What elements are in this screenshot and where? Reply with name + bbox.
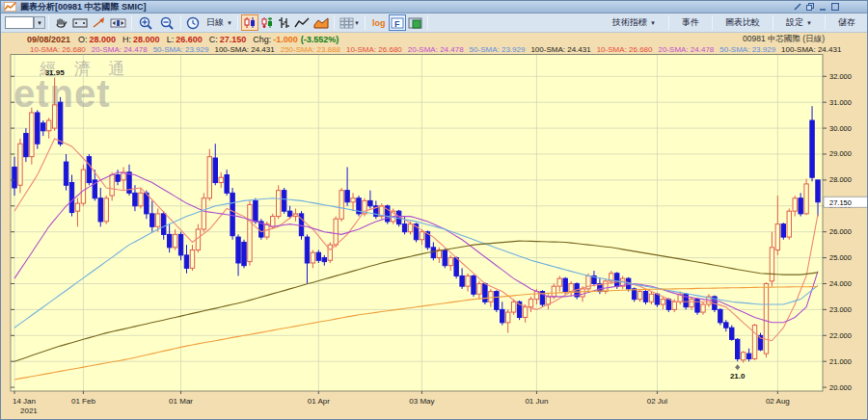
chevron-down-icon: ▼ [354,20,360,26]
sma-legend-item: 10-SMA: 26.680 [30,45,86,54]
high-value: 28.000 [133,35,160,44]
price-chart[interactable]: 經 濟 通etnet20.00021.00022.00023.00024.000… [1,54,868,420]
change-value: -1.000 [273,35,298,44]
style-candlestick-button[interactable] [241,14,258,31]
zoom-out-icon [158,16,176,30]
svg-text:01 Mar: 01 Mar [169,397,193,406]
style-ohlc-button[interactable] [276,14,292,31]
close-value: 27.150 [220,35,247,44]
svg-text:24.000: 24.000 [829,279,852,288]
sma-legend-item: 20-SMA: 24.478 [92,45,148,54]
sma-legend-item: 100-SMA: 24.431 [781,45,841,54]
log-scale-button[interactable]: log [368,14,390,31]
combo-dropdown-icon[interactable]: ▼ [34,16,45,29]
svg-text:2021: 2021 [20,407,38,415]
hand-icon [54,16,68,30]
zoom-in-icon [137,16,154,30]
annotate-icon[interactable] [794,3,801,11]
restore-icon[interactable] [806,3,814,11]
svg-text:14 Jan: 14 Jan [13,397,36,406]
svg-text:03 May: 03 May [409,397,434,406]
window-title: 圖表分析[00981 中芯國際 SMIC] [20,1,147,13]
sma-legend-item: 100-SMA: 24.431 [530,45,590,54]
svg-text:F: F [394,18,400,28]
svg-text:22.000: 22.000 [829,331,852,340]
sma-legend-item: 100-SMA: 24.431 [214,45,274,54]
svg-text:31.000: 31.000 [829,98,852,107]
candle-width-icon [110,17,126,29]
sma-legend-item: 20-SMA: 24.478 [408,45,464,54]
symbol-combobox[interactable]: ▼ [5,16,45,29]
symbol-input[interactable] [5,16,34,29]
panel-layout-button[interactable] [406,14,424,31]
period-label: 日線 [203,16,227,29]
svg-text:28.000: 28.000 [829,175,852,184]
sma-legend-item: 250-SMA: 23.888 [281,45,340,54]
svg-text:27.150: 27.150 [829,198,852,207]
menu-chart-compare[interactable]: 圖表比較 [716,16,770,29]
candle-width-button[interactable] [108,14,128,31]
change-percent: (-3.552%) [301,35,339,44]
menu-events[interactable]: 事件 [672,16,709,29]
menu-save[interactable]: 儲存 [828,16,865,29]
toolbar: ▼ 日線 ▼ [1,13,867,33]
period-dropdown[interactable]: 日線 ▼ [202,14,234,31]
series-title: 00981 中芯國際 (日線) [743,33,825,45]
svg-text:25.000: 25.000 [829,253,852,262]
svg-text:21.000: 21.000 [829,357,852,366]
sma-legend-item: 50-SMA: 23.929 [719,45,775,54]
range-select-button[interactable] [70,14,90,31]
menu-technical-indicators[interactable]: 技術指標▼ [603,16,665,29]
history-button[interactable] [184,14,202,31]
panel-icon [408,17,422,29]
low-annotation: 21.0 [730,372,746,381]
line-chart-icon [294,17,310,29]
grid-settings-button[interactable]: ▼ [338,14,362,31]
quote-date: 09/08/2021 [27,35,70,44]
area-chart-icon [313,17,329,29]
pan-hand-button[interactable] [52,14,70,31]
low-value: 26.600 [176,35,203,44]
svg-text:02 Aug: 02 Aug [766,397,790,406]
style-area-button[interactable] [312,14,331,31]
svg-text:32.000: 32.000 [829,72,852,81]
sma-legend-item: 50-SMA: 23.929 [153,45,209,54]
maximize-icon[interactable] [831,3,839,11]
high-annotation: 31.95 [45,68,66,77]
ohlc-bars-icon [278,16,290,29]
candlestick-color-icon [260,16,274,29]
svg-text:02 Jul: 02 Jul [647,397,668,406]
svg-text:29.000: 29.000 [829,149,852,158]
trendline-icon [92,16,106,29]
title-bar: 圖表分析[00981 中芯國際 SMIC] [1,1,867,13]
sma-legend-item: 10-SMA: 26.680 [346,45,402,54]
trendline-button[interactable] [90,14,108,31]
chart-analysis-window: 圖表分析[00981 中芯國際 SMIC] ▼ [0,0,868,420]
open-value: 28.000 [90,35,117,44]
svg-text:01 Feb: 01 Feb [71,397,95,406]
svg-text:30.000: 30.000 [829,124,852,133]
style-candlestick2-button[interactable] [258,14,276,31]
frame-layout-button[interactable]: F [389,14,406,31]
sma-legend-item: 10-SMA: 26.680 [597,45,653,54]
log-label: log [370,18,388,28]
svg-text:26.000: 26.000 [829,227,852,236]
grid-icon [339,17,354,29]
quote-bar: 09/08/2021 O:28.000 H:28.000 L:26.600 C:… [1,33,867,45]
minimize-icon[interactable] [819,3,827,11]
svg-text:01 Apr: 01 Apr [308,397,330,406]
zoom-out-button[interactable] [156,14,177,31]
style-line-button[interactable] [292,14,312,31]
chevron-down-icon: ▼ [227,20,232,26]
frame-f-icon: F [391,17,404,29]
sma-legend-item: 20-SMA: 24.478 [658,45,714,54]
sma-legend-item: 50-SMA: 23.929 [470,45,526,54]
candlestick-icon [243,16,257,29]
svg-text:01 Jun: 01 Jun [525,397,548,406]
sma-legend: 10-SMA: 26.68020-SMA: 24.47850-SMA: 23.9… [1,45,867,54]
menu-settings[interactable]: 設定▼ [776,16,822,29]
svg-text:23.000: 23.000 [829,305,852,314]
zoom-in-button[interactable] [135,14,156,31]
clock-icon [186,16,200,30]
range-box-icon [72,17,88,29]
